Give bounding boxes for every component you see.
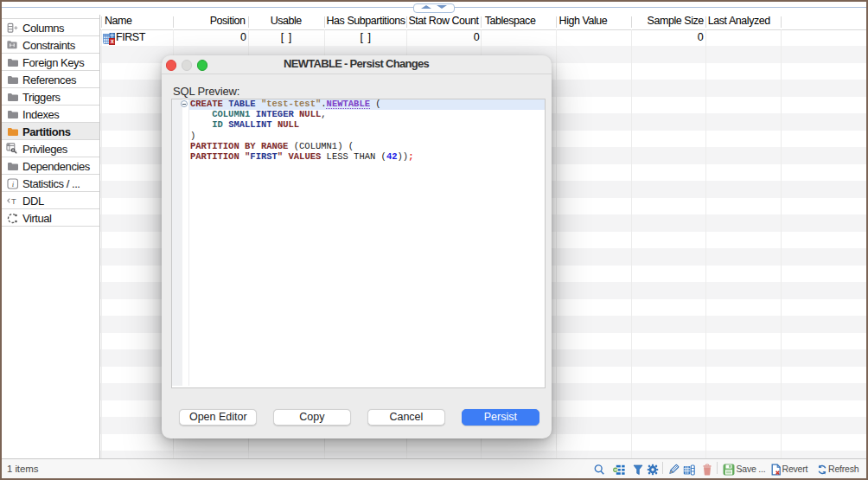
svg-text:x: x <box>110 38 113 44</box>
svg-text:T: T <box>11 197 16 206</box>
svg-text:i: i <box>12 180 15 189</box>
